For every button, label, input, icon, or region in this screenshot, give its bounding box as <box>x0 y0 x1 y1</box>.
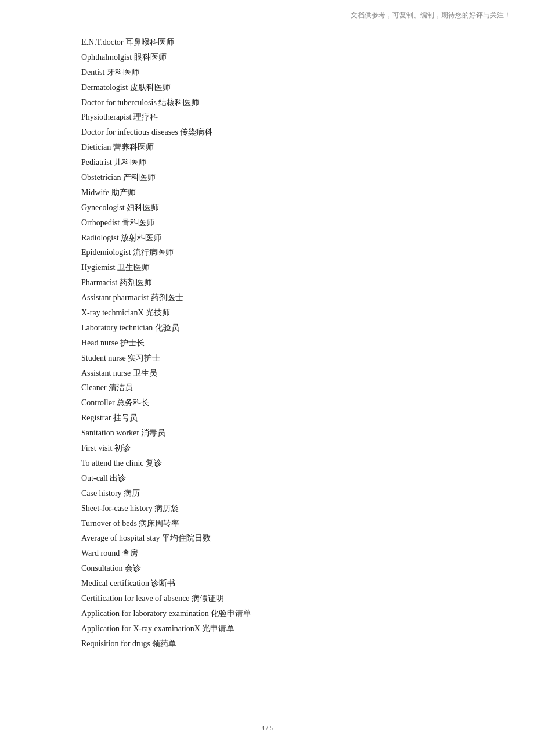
term-line: Application for laboratory examination 化… <box>81 606 453 621</box>
term-line: Application for X-ray examinationX 光申请单 <box>81 621 453 636</box>
term-line: Medical certification 诊断书 <box>81 576 453 591</box>
term-line: Dietician 营养科医师 <box>81 140 453 155</box>
term-line: Out-call 出诊 <box>81 471 453 486</box>
term-line: Requisition for drugs 领药单 <box>81 636 453 651</box>
term-line: Epidemiologist 流行病医师 <box>81 245 453 260</box>
term-line: Radiologist 放射科医师 <box>81 231 453 246</box>
term-line: Ophthalmolgist 眼科医师 <box>81 50 453 65</box>
term-line: Cleaner 清洁员 <box>81 380 453 395</box>
term-line: Dermatologist 皮肤科医师 <box>81 80 453 95</box>
watermark: 文档供参考，可复制、编制，期待您的好评与关注！ <box>351 10 511 20</box>
page-footer: 3 / 5 <box>0 723 534 733</box>
term-line: To attend the clinic 复诊 <box>81 456 453 471</box>
term-line: E.N.T.doctor 耳鼻喉科医师 <box>81 35 453 50</box>
term-line: Case history 病历 <box>81 486 453 501</box>
term-line: Dentist 牙科医师 <box>81 65 453 80</box>
term-line: Orthopedist 骨科医师 <box>81 215 453 231</box>
term-line: Student nurse 实习护士 <box>81 351 453 366</box>
term-line: Pediatrist 儿科医师 <box>81 155 453 170</box>
term-line: Certification for leave of absence 病假证明 <box>81 591 453 606</box>
term-line: Hygiemist 卫生医师 <box>81 260 453 275</box>
term-line: Midwife 助产师 <box>81 185 453 200</box>
term-line: Physiotherapist 理疗科 <box>81 110 453 125</box>
term-line: Assistant nurse 卫生员 <box>81 366 453 381</box>
term-line: Laboratory technician 化验员 <box>81 321 453 336</box>
term-line: Average of hospital stay 平均住院日数 <box>81 531 453 546</box>
term-line: Pharmacist 药剂医师 <box>81 275 453 290</box>
term-line: Sanitation worker 消毒员 <box>81 426 453 441</box>
term-line: Assistant pharmacist 药剂医士 <box>81 290 453 305</box>
term-line: X-ray techmicianX 光技师 <box>81 305 453 321</box>
term-line: First visit 初诊 <box>81 441 453 456</box>
term-line: Sheet-for-case history 病历袋 <box>81 501 453 516</box>
terms-list: E.N.T.doctor 耳鼻喉科医师Ophthalmolgist 眼科医师De… <box>81 35 453 651</box>
term-line: Registrar 挂号员 <box>81 411 453 426</box>
term-line: Controller 总务科长 <box>81 395 453 411</box>
main-content: E.N.T.doctor 耳鼻喉科医师Ophthalmolgist 眼科医师De… <box>0 0 534 698</box>
term-line: Consultation 会诊 <box>81 561 453 576</box>
term-line: Doctor for infectious diseases 传染病科 <box>81 125 453 140</box>
term-line: Ward round 查房 <box>81 546 453 561</box>
term-line: Obstetrician 产科医师 <box>81 170 453 185</box>
term-line: Doctor for tuberculosis 结核科医师 <box>81 95 453 110</box>
term-line: Head nurse 护士长 <box>81 336 453 351</box>
term-line: Turnover of beds 病床周转率 <box>81 516 453 531</box>
term-line: Gynecologist 妇科医师 <box>81 200 453 215</box>
